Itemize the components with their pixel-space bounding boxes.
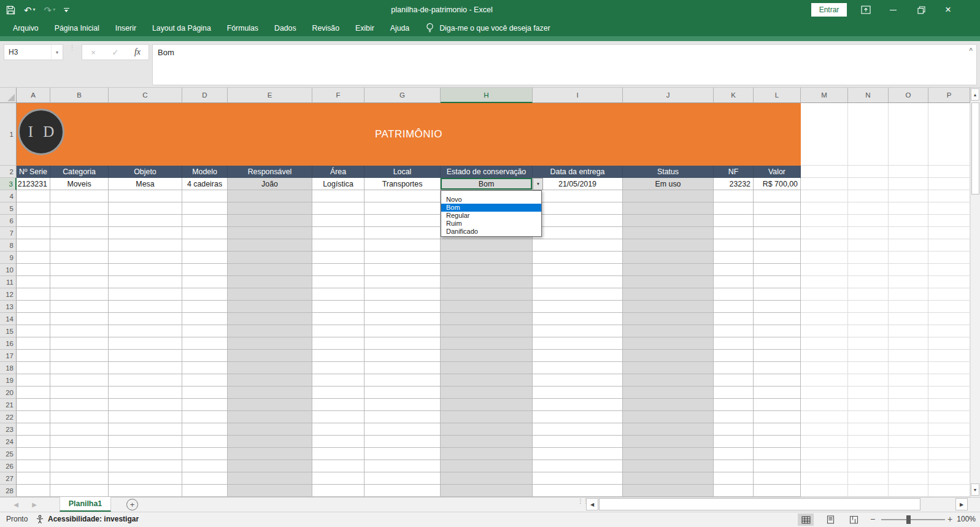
cell-I5[interactable] <box>533 202 623 215</box>
cell-A26[interactable] <box>17 460 50 472</box>
cell-A24[interactable] <box>17 436 50 448</box>
column-header-K[interactable]: K <box>714 88 754 103</box>
cell-I28[interactable] <box>533 485 623 497</box>
cell-N26[interactable] <box>848 460 889 472</box>
cell-C9[interactable] <box>109 252 182 264</box>
cell-C17[interactable] <box>109 350 182 362</box>
cell-F5[interactable] <box>312 202 365 215</box>
cell-C13[interactable] <box>109 301 182 313</box>
cell-H19[interactable] <box>441 374 533 387</box>
cell-N14[interactable] <box>848 313 889 325</box>
cell-A7[interactable] <box>17 227 50 239</box>
cell-M28[interactable] <box>801 485 848 497</box>
cell-K20[interactable] <box>714 387 754 399</box>
cell-J23[interactable] <box>623 423 714 436</box>
cell-A12[interactable] <box>17 288 50 301</box>
cell-E6[interactable] <box>228 215 312 227</box>
cell-J20[interactable] <box>623 387 714 399</box>
restore-button[interactable] <box>911 0 932 20</box>
cell-K12[interactable] <box>714 288 754 301</box>
cell-L9[interactable] <box>754 252 801 264</box>
cell-F12[interactable] <box>312 288 365 301</box>
column-header-O[interactable]: O <box>889 88 928 103</box>
cell-G20[interactable] <box>365 387 441 399</box>
cell-B7[interactable] <box>50 227 109 239</box>
cell-D7[interactable] <box>182 227 228 239</box>
cell-I27[interactable] <box>533 472 623 485</box>
cell-P20[interactable] <box>928 387 970 399</box>
cell-A13[interactable] <box>17 301 50 313</box>
cell-L22[interactable] <box>754 411 801 423</box>
cell-J6[interactable] <box>623 215 714 227</box>
cell-N15[interactable] <box>848 325 889 337</box>
column-header-H[interactable]: H <box>441 88 533 103</box>
cell-O17[interactable] <box>889 350 928 362</box>
cell-I23[interactable] <box>533 423 623 436</box>
cell-G28[interactable] <box>365 485 441 497</box>
cell-K4[interactable] <box>714 190 754 202</box>
cell-B16[interactable] <box>50 337 109 350</box>
cell-O23[interactable] <box>889 423 928 436</box>
undo-caret-icon[interactable]: ▾ <box>33 7 36 12</box>
cell-D17[interactable] <box>182 350 228 362</box>
zoom-in-icon[interactable]: + <box>947 512 952 526</box>
cell-E19[interactable] <box>228 374 312 387</box>
cell-E12[interactable] <box>228 288 312 301</box>
cell-I11[interactable] <box>533 276 623 288</box>
cell-I15[interactable] <box>533 325 623 337</box>
cell-C6[interactable] <box>109 215 182 227</box>
cell-B23[interactable] <box>50 423 109 436</box>
cell-O22[interactable] <box>889 411 928 423</box>
cell-F20[interactable] <box>312 387 365 399</box>
cell-N18[interactable] <box>848 362 889 374</box>
cell-B10[interactable] <box>50 264 109 276</box>
cell-M19[interactable] <box>801 374 848 387</box>
cell-J8[interactable] <box>623 239 714 252</box>
cell-B14[interactable] <box>50 313 109 325</box>
cell-H8[interactable] <box>441 239 533 252</box>
save-icon[interactable] <box>6 6 15 15</box>
cell-M12[interactable] <box>801 288 848 301</box>
row-header-23[interactable]: 23 <box>0 423 17 436</box>
cell-P3[interactable] <box>928 178 970 190</box>
cell-A27[interactable] <box>17 472 50 485</box>
cell-E27[interactable] <box>228 472 312 485</box>
cell-I18[interactable] <box>533 362 623 374</box>
cell-I12[interactable] <box>533 288 623 301</box>
dropdown-item-bom[interactable]: Bom <box>441 204 541 212</box>
cell-D21[interactable] <box>182 399 228 411</box>
cell-A23[interactable] <box>17 423 50 436</box>
cell-O5[interactable] <box>889 202 928 215</box>
cell-H15[interactable] <box>441 325 533 337</box>
cell-A18[interactable] <box>17 362 50 374</box>
cell-P9[interactable] <box>928 252 970 264</box>
cell-B19[interactable] <box>50 374 109 387</box>
cell-F10[interactable] <box>312 264 365 276</box>
cell-M4[interactable] <box>801 190 848 202</box>
zoom-out-icon[interactable]: − <box>870 512 875 526</box>
table-header-H[interactable]: Estado de conservação <box>441 166 533 178</box>
cell-O6[interactable] <box>889 215 928 227</box>
accessibility-icon[interactable] <box>36 512 44 526</box>
cell-L3[interactable]: R$ 700,00 <box>754 178 801 190</box>
cell-P5[interactable] <box>928 202 970 215</box>
cell-I7[interactable] <box>533 227 623 239</box>
cell-B18[interactable] <box>50 362 109 374</box>
cell-O20[interactable] <box>889 387 928 399</box>
cell-L11[interactable] <box>754 276 801 288</box>
cell-I19[interactable] <box>533 374 623 387</box>
cell-N22[interactable] <box>848 411 889 423</box>
cell-P13[interactable] <box>928 301 970 313</box>
cell-H22[interactable] <box>441 411 533 423</box>
column-header-A[interactable]: A <box>17 88 50 103</box>
cell-L20[interactable] <box>754 387 801 399</box>
cell-K16[interactable] <box>714 337 754 350</box>
cell-G24[interactable] <box>365 436 441 448</box>
cell-B4[interactable] <box>50 190 109 202</box>
cell-J11[interactable] <box>623 276 714 288</box>
cell-N5[interactable] <box>848 202 889 215</box>
table-header-E[interactable]: Responsável <box>228 166 312 178</box>
cell-E18[interactable] <box>228 362 312 374</box>
cell-I26[interactable] <box>533 460 623 472</box>
column-header-D[interactable]: D <box>182 88 228 103</box>
